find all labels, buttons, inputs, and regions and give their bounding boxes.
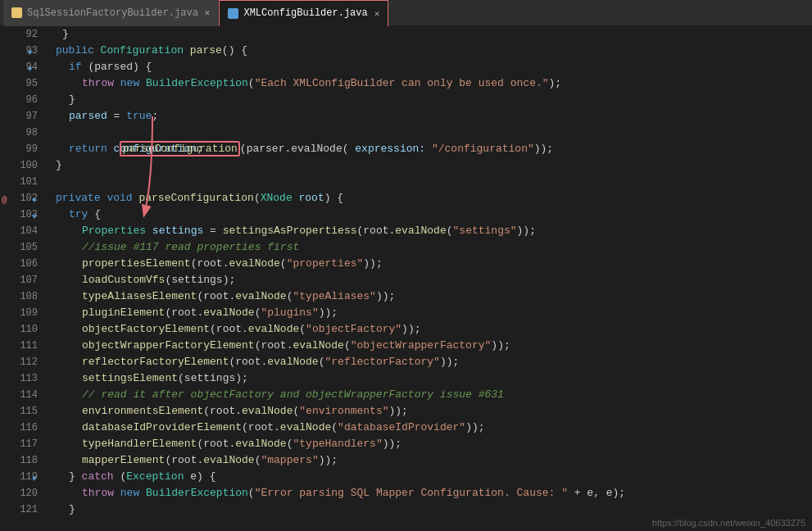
code-line-104: Properties settings = settingsAsProperti… xyxy=(46,223,812,239)
gutter-99: 99 xyxy=(0,141,43,157)
code-line-116: databaseIdProviderElement(root.evalNode(… xyxy=(46,420,812,436)
gutter-108: 108 xyxy=(0,288,43,305)
gutter-104: 104 xyxy=(0,223,43,239)
tab-xmlconfig-label: XMLConfigBuilder.java xyxy=(243,7,367,19)
gutter-95: 95 xyxy=(0,75,43,92)
code-line-121: } xyxy=(46,502,812,518)
code-line-119: } catch (Exception e) { xyxy=(46,469,812,485)
code-line-101 xyxy=(46,174,812,190)
gutter-112: 112 xyxy=(0,354,43,370)
code-line-95: throw new BuilderException("Each XMLConf… xyxy=(46,75,812,92)
code-line-107: loadCustomVfs(settings); xyxy=(46,272,812,288)
watermark: https://blog.csdn.net/weixin_40633275 xyxy=(652,518,805,528)
line-number-gutter: 92 93▼ 94▼ 95 96 97 98 99 100 101 @102▼ … xyxy=(0,26,46,531)
code-line-94: if (parsed) { xyxy=(46,59,812,75)
code-line-108: typeAliasesElement(root.evalNode("typeAl… xyxy=(46,288,812,305)
gutter-96: 96 xyxy=(0,92,43,108)
gutter-117: 117 xyxy=(0,436,43,452)
gutter-98: 98 xyxy=(0,125,43,141)
gutter-111: 111 xyxy=(0,338,43,354)
gutter-101: 101 xyxy=(0,174,43,190)
gutter-114: 114 xyxy=(0,387,43,403)
tab-sqlfactory[interactable]: SqlSessionFactoryBuilder.java ✕ xyxy=(3,0,219,26)
code-line-113: settingsElement(settings); xyxy=(46,370,812,387)
code-line-112: reflectorFactoryElement(root.evalNode("r… xyxy=(46,354,812,370)
gutter-121: 121 xyxy=(0,502,43,518)
code-line-110: objectFactoryElement(root.evalNode("obje… xyxy=(46,321,812,338)
tab-sqlfactory-close[interactable]: ✕ xyxy=(205,7,211,18)
gutter-110: 110 xyxy=(0,321,43,338)
code-line-117: typeHandlerElement(root.evalNode("typeHa… xyxy=(46,436,812,452)
gutter-92: 92 xyxy=(0,26,43,43)
gutter-105: 105 xyxy=(0,239,43,256)
code-line-100: } xyxy=(46,157,812,174)
code-line-109: pluginElement(root.evalNode("plugins")); xyxy=(46,305,812,321)
code-line-115: environmentsElement(root.evalNode("envir… xyxy=(46,403,812,420)
code-line-102: private void parseConfiguration(XNode ro… xyxy=(46,190,812,206)
editor-root: SqlSessionFactoryBuilder.java ✕ XMLConfi… xyxy=(0,0,812,531)
gutter-94: 94▼ xyxy=(0,59,43,75)
gutter-113: 113 xyxy=(0,370,43,387)
gutter-118: 118 xyxy=(0,452,43,469)
gutter-100: 100 xyxy=(0,157,43,174)
gutter-119: 119▼ xyxy=(0,469,43,485)
code-line-106: propertiesElement(root.evalNode("propert… xyxy=(46,256,812,272)
code-line-103: try { xyxy=(46,206,812,223)
gutter-102: @102▼ xyxy=(0,190,43,206)
tab-xmlconfig[interactable]: XMLConfigBuilder.java ✕ xyxy=(219,0,388,26)
code-line-120: throw new BuilderException("Error parsin… xyxy=(46,485,812,502)
editor-body: 92 93▼ 94▼ 95 96 97 98 99 100 101 @102▼ … xyxy=(0,26,812,531)
code-line-111: objectWrapperFactoryElement(root.evalNod… xyxy=(46,338,812,354)
gutter-115: 115 xyxy=(0,403,43,420)
code-line-114: // read it after objectFactory and objec… xyxy=(46,387,812,403)
gutter-106: 106 xyxy=(0,256,43,272)
code-line-118: mapperElement(root.evalNode("mappers")); xyxy=(46,452,812,469)
code-line-105: //issue #117 read properties first xyxy=(46,239,812,256)
gutter-109: 109 xyxy=(0,305,43,321)
xml-icon xyxy=(228,8,238,19)
gutter-116: 116 xyxy=(0,420,43,436)
code-line-98: parseConfiguration(parser.evalNode( expr… xyxy=(46,125,812,141)
gutter-107: 107 xyxy=(0,272,43,288)
code-line-93: public Configuration parse() { xyxy=(46,43,812,59)
code-line-96: } xyxy=(46,92,812,108)
code-line-92: } xyxy=(46,26,812,43)
gutter-120: 120 xyxy=(0,485,43,502)
tab-sqlfactory-label: SqlSessionFactoryBuilder.java xyxy=(27,7,198,19)
java-icon xyxy=(11,7,22,18)
code-line-97: parsed = true; xyxy=(46,108,812,125)
gutter-93: 93▼ xyxy=(0,43,43,59)
gutter-103: 103▼ xyxy=(0,206,43,223)
tab-bar: SqlSessionFactoryBuilder.java ✕ XMLConfi… xyxy=(0,0,812,26)
code-panel[interactable]: } public Configuration parse() { if (par… xyxy=(46,26,812,531)
gutter-97: 97 xyxy=(0,108,43,125)
tab-xmlconfig-close[interactable]: ✕ xyxy=(374,8,380,19)
